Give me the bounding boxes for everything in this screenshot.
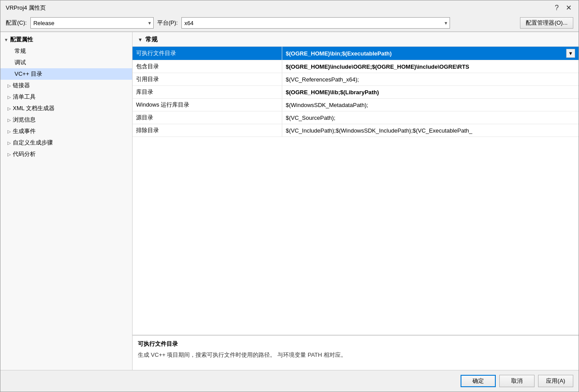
props-table: 可执行文件目录$(OGRE_HOME)\bin;$(ExecutablePath… bbox=[133, 47, 579, 335]
title-controls: ? ✕ bbox=[553, 4, 573, 11]
prop-value-3: $(OGRE_HOME)\lib;$(LibraryPath) bbox=[282, 86, 579, 98]
tree-group-5[interactable]: ▷XML 文档生成器 bbox=[0, 103, 132, 114]
prop-row-3[interactable]: 库目录$(OGRE_HOME)\lib;$(LibraryPath) bbox=[133, 86, 579, 99]
tree-group-6[interactable]: ▷浏览信息 bbox=[0, 114, 132, 126]
prop-value-text-2: $(VC_ReferencesPath_x64); bbox=[286, 76, 575, 83]
prop-value-dropdown-btn-0[interactable]: ▼ bbox=[566, 49, 575, 58]
description-text: 生成 VC++ 项目期间，搜索可执行文件时使用的路径。 与环境变量 PATH 相… bbox=[138, 351, 573, 359]
prop-value-6: $(VC_IncludePath);$(WindowsSDK_IncludePa… bbox=[282, 124, 579, 137]
prop-value-0: $(OGRE_HOME)\bin;$(ExecutablePath)▼ bbox=[282, 47, 579, 60]
prop-name-2: 引用目录 bbox=[133, 73, 282, 85]
tree-items-container: 常规调试VC++ 目录▷链接器▷清单工具▷XML 文档生成器▷浏览信息▷生成事件… bbox=[0, 45, 132, 160]
platform-select[interactable]: x64 bbox=[181, 17, 450, 29]
ok-button[interactable]: 确定 bbox=[461, 375, 496, 387]
tree-group-arrow-4: ▷ bbox=[7, 95, 11, 100]
tree-group-8[interactable]: ▷自定义生成步骤 bbox=[0, 137, 132, 148]
prop-name-0: 可执行文件目录 bbox=[133, 47, 282, 60]
prop-row-5[interactable]: 源目录$(VC_SourcePath); bbox=[133, 111, 579, 124]
props-rows-container: 可执行文件目录$(OGRE_HOME)\bin;$(ExecutablePath… bbox=[133, 47, 579, 137]
tree-item-1[interactable]: 调试 bbox=[0, 57, 132, 68]
prop-value-text-5: $(VC_SourcePath); bbox=[286, 115, 575, 121]
dialog: VRProj4 属性页 ? ✕ 配置(C): Release ▼ 平台(P): … bbox=[0, 0, 579, 392]
platform-select-wrapper: x64 ▼ bbox=[181, 17, 450, 29]
prop-name-3: 库目录 bbox=[133, 86, 282, 98]
prop-value-text-0: $(OGRE_HOME)\bin;$(ExecutablePath) bbox=[286, 50, 566, 57]
tree-group-arrow-6: ▷ bbox=[7, 118, 11, 122]
tree-group-label-4: 清单工具 bbox=[13, 93, 36, 101]
tree-group-arrow-7: ▷ bbox=[7, 129, 11, 134]
platform-label: 平台(P): bbox=[157, 19, 178, 27]
prop-name-6: 排除目录 bbox=[133, 124, 282, 137]
props-header-title: 常规 bbox=[145, 36, 158, 44]
tree-item-2[interactable]: VC++ 目录 bbox=[0, 68, 132, 80]
title-bar: VRProj4 属性页 ? ✕ bbox=[0, 0, 579, 15]
prop-value-5: $(VC_SourcePath); bbox=[282, 111, 579, 124]
prop-name-4: Windows 运行库目录 bbox=[133, 99, 282, 111]
config-select-wrapper: Release ▼ bbox=[30, 17, 154, 29]
prop-name-1: 包含目录 bbox=[133, 60, 282, 73]
tree-group-label-9: 代码分析 bbox=[13, 150, 36, 158]
prop-row-6[interactable]: 排除目录$(VC_IncludePath);$(WindowsSDK_Inclu… bbox=[133, 124, 579, 137]
tree-group-label-5: XML 文档生成器 bbox=[13, 104, 55, 112]
description-title: 可执行文件目录 bbox=[138, 340, 573, 348]
tree-group-label-6: 浏览信息 bbox=[13, 116, 36, 124]
tree-root[interactable]: ▼ 配置属性 bbox=[0, 34, 132, 45]
prop-row-4[interactable]: Windows 运行库目录$(WindowsSDK_MetadataPath); bbox=[133, 99, 579, 111]
toolbar: 配置(C): Release ▼ 平台(P): x64 ▼ 配置管理器(O)..… bbox=[0, 15, 579, 32]
tree-group-arrow-5: ▷ bbox=[7, 106, 11, 111]
prop-value-text-6: $(VC_IncludePath);$(WindowsSDK_IncludePa… bbox=[286, 127, 575, 134]
tree-group-label-3: 链接器 bbox=[13, 81, 30, 89]
cancel-button[interactable]: 取消 bbox=[499, 375, 535, 387]
tree-group-arrow-9: ▷ bbox=[7, 152, 11, 157]
tree-group-arrow-8: ▷ bbox=[7, 141, 11, 145]
prop-value-text-4: $(WindowsSDK_MetadataPath); bbox=[286, 102, 575, 108]
props-header: ▼ 常规 bbox=[133, 32, 579, 47]
prop-value-1: $(OGRE_HOME)\include\OGRE;$(OGRE_HOME)\i… bbox=[282, 60, 579, 73]
tree-group-9[interactable]: ▷代码分析 bbox=[0, 148, 132, 160]
apply-button[interactable]: 应用(A) bbox=[538, 375, 573, 387]
prop-row-0[interactable]: 可执行文件目录$(OGRE_HOME)\bin;$(ExecutablePath… bbox=[133, 47, 579, 60]
tree-group-arrow-3: ▷ bbox=[7, 83, 11, 88]
config-manager-button[interactable]: 配置管理器(O)... bbox=[520, 17, 573, 29]
props-header-arrow: ▼ bbox=[138, 37, 143, 42]
main-content: ▼ 配置属性 常规调试VC++ 目录▷链接器▷清单工具▷XML 文档生成器▷浏览… bbox=[0, 32, 579, 370]
tree-group-label-7: 生成事件 bbox=[13, 127, 36, 135]
prop-value-4: $(WindowsSDK_MetadataPath); bbox=[282, 99, 579, 111]
props-panel: ▼ 常规 可执行文件目录$(OGRE_HOME)\bin;$(Executabl… bbox=[133, 32, 579, 370]
tree-group-4[interactable]: ▷清单工具 bbox=[0, 91, 132, 103]
prop-value-2: $(VC_ReferencesPath_x64); bbox=[282, 73, 579, 85]
tree-group-3[interactable]: ▷链接器 bbox=[0, 80, 132, 91]
tree-item-0[interactable]: 常规 bbox=[0, 45, 132, 57]
help-button[interactable]: ? bbox=[553, 4, 561, 11]
prop-value-text-3: $(OGRE_HOME)\lib;$(LibraryPath) bbox=[286, 89, 575, 96]
prop-row-1[interactable]: 包含目录$(OGRE_HOME)\include\OGRE;$(OGRE_HOM… bbox=[133, 60, 579, 73]
tree-group-label-8: 自定义生成步骤 bbox=[13, 139, 53, 147]
footer: 确定 取消 应用(A) bbox=[0, 370, 579, 392]
prop-row-2[interactable]: 引用目录$(VC_ReferencesPath_x64); bbox=[133, 73, 579, 86]
window-title: VRProj4 属性页 bbox=[6, 4, 46, 12]
prop-name-5: 源目录 bbox=[133, 111, 282, 124]
prop-value-text-1: $(OGRE_HOME)\include\OGRE;$(OGRE_HOME)\i… bbox=[286, 63, 575, 70]
close-button[interactable]: ✕ bbox=[564, 4, 573, 11]
tree-panel: ▼ 配置属性 常规调试VC++ 目录▷链接器▷清单工具▷XML 文档生成器▷浏览… bbox=[0, 32, 133, 370]
tree-root-arrow: ▼ bbox=[4, 37, 8, 42]
tree-group-7[interactable]: ▷生成事件 bbox=[0, 126, 132, 137]
tree-root-label: 配置属性 bbox=[10, 36, 33, 44]
description-panel: 可执行文件目录 生成 VC++ 项目期间，搜索可执行文件时使用的路径。 与环境变… bbox=[133, 335, 579, 370]
config-label: 配置(C): bbox=[6, 19, 27, 27]
config-select[interactable]: Release bbox=[30, 17, 154, 29]
